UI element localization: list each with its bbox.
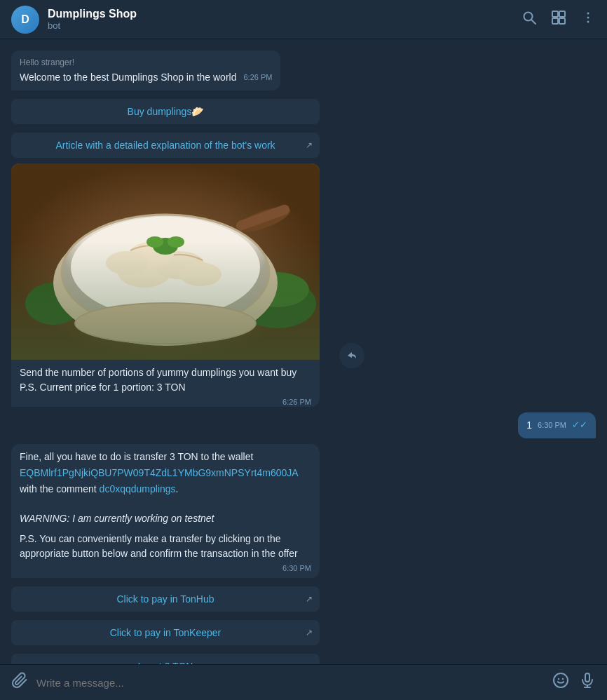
avatar: D	[11, 6, 39, 34]
svg-rect-2	[552, 11, 558, 17]
tonhub-button[interactable]: Click to pay in TonHub ↗	[11, 586, 320, 612]
image-bubble: Send the number of portions of yummy dum…	[11, 163, 320, 407]
message-bot-buy-btn: Buy dumplings🥟	[11, 96, 334, 124]
svg-rect-5	[559, 18, 565, 24]
chat-area: Hello stranger! Welcome to the best Dump…	[0, 39, 607, 664]
svg-rect-33	[585, 673, 589, 682]
ps-text: P.S. You can conveniently make a transfe…	[20, 532, 311, 561]
header-actions	[521, 10, 596, 29]
payment-timestamp: 6:30 PM	[282, 563, 311, 574]
svg-line-1	[531, 20, 536, 24]
svg-point-23	[179, 262, 221, 286]
attach-icon[interactable]	[11, 672, 28, 693]
emoji-icon[interactable]	[552, 672, 569, 693]
bubble-user-1: 1 6:30 PM ✓✓	[518, 412, 596, 438]
read-check-icon: ✓✓	[572, 418, 587, 432]
message-bot-image: Send the number of portions of yummy dum…	[11, 163, 334, 407]
svg-point-8	[587, 21, 589, 23]
message-bot-tonkeeper: Click to pay in TonKeeper ↗	[11, 617, 334, 645]
message-bot-article-btn: Article with a detailed explanation of t…	[11, 130, 334, 158]
svg-point-26	[168, 236, 184, 248]
svg-point-7	[587, 17, 589, 19]
welcome-main-text: Welcome to the best Dumplings Shop in th…	[20, 72, 236, 83]
message-bot-tonhub: Click to pay in TonHub ↗	[11, 584, 334, 612]
input-right-icons	[552, 672, 596, 693]
svg-point-6	[587, 13, 589, 15]
svg-point-14	[25, 283, 81, 325]
warning-text: WARNING: I am currently working on testn…	[20, 511, 311, 526]
header-info: Dumplings Shop bot	[48, 8, 521, 31]
svg-point-25	[146, 236, 163, 248]
chat-header: D Dumplings Shop bot	[0, 0, 607, 39]
svg-point-21	[129, 242, 174, 267]
arrow-up-right-icon: ↗	[306, 140, 313, 150]
svg-point-30	[554, 673, 568, 687]
wallet-address: EQBMlrf1PgNjkiQBU7PW09T4ZdL1YMbG9xmNPSYr…	[20, 466, 311, 480]
image-timestamp: 6:26 PM	[282, 396, 311, 407]
svg-point-19	[118, 257, 171, 288]
layout-icon[interactable]	[551, 10, 566, 29]
article-button[interactable]: Article with a detailed explanation of t…	[11, 133, 320, 158]
buy-dumplings-button[interactable]: Buy dumplings🥟	[11, 99, 320, 124]
svg-rect-3	[559, 11, 565, 17]
i-sent-button[interactable]: I sent 3 TON	[11, 654, 320, 664]
comment-line: with the comment dc0xqqdumplings.	[20, 482, 311, 497]
mic-icon[interactable]	[579, 672, 596, 693]
svg-point-31	[558, 678, 559, 680]
image-caption: Send the number of portions of yummy dum…	[11, 360, 320, 401]
bubble-payment: Fine, all you have to do is transfer 3 T…	[11, 444, 320, 579]
svg-point-18	[71, 217, 260, 318]
tonkeeper-button[interactable]: Click to pay in TonKeeper ↗	[11, 620, 320, 645]
user-timestamp-1: 6:30 PM	[538, 419, 566, 431]
message-input[interactable]	[36, 677, 544, 689]
svg-point-13	[239, 279, 316, 328]
more-icon[interactable]	[580, 10, 596, 29]
bubble-welcome: Hello stranger! Welcome to the best Dump…	[11, 51, 280, 90]
message-bot-payment-info: Fine, all you have to do is transfer 3 T…	[11, 444, 334, 579]
chat-title: Dumplings Shop	[48, 8, 521, 20]
svg-point-20	[154, 251, 205, 279]
input-area	[0, 664, 607, 700]
svg-point-32	[562, 678, 564, 680]
message-bot-welcome: Hello stranger! Welcome to the best Dump…	[11, 51, 334, 90]
svg-point-29	[76, 304, 255, 343]
svg-rect-10	[11, 163, 320, 360]
message-user-1: 1 6:30 PM ✓✓	[518, 412, 596, 438]
welcome-text: Hello stranger!	[20, 56, 272, 69]
message-bot-i-sent: I sent 3 TON	[11, 651, 334, 664]
svg-point-28	[74, 302, 257, 344]
search-icon[interactable]	[521, 10, 537, 29]
payment-line1: Fine, all you have to do is transfer 3 T…	[20, 450, 311, 464]
svg-rect-4	[552, 18, 558, 24]
welcome-timestamp: 6:26 PM	[243, 72, 272, 83]
forward-button[interactable]	[339, 343, 364, 368]
svg-point-22	[106, 251, 148, 275]
arrow-up-right-icon-3: ↗	[306, 628, 313, 638]
chat-subtitle: bot	[48, 20, 521, 31]
dumpling-photo	[11, 163, 320, 360]
svg-point-15	[246, 272, 309, 307]
arrow-up-right-icon-2: ↗	[306, 594, 313, 604]
